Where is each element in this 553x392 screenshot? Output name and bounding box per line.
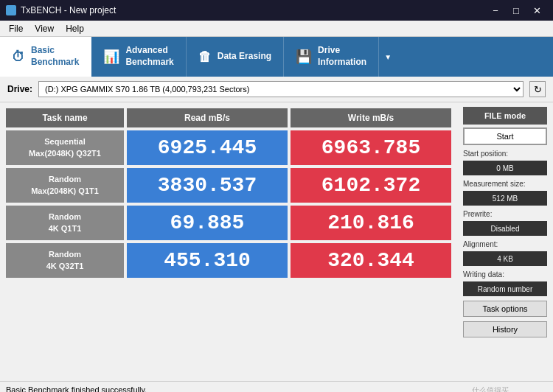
status-message: Basic Benchmark finished successfully. xyxy=(6,385,147,393)
start-position-value: 0 MB xyxy=(463,161,547,175)
measurement-size-label: Measurement size: xyxy=(463,180,547,188)
file-mode-button[interactable]: FILE mode xyxy=(463,107,547,125)
alignment-label: Alignment: xyxy=(463,240,547,248)
alignment-value: 4 KB xyxy=(463,251,547,266)
drive-label: Drive: xyxy=(7,84,32,94)
advanced-benchmark-icon: 📊 xyxy=(103,49,119,65)
write-value-sequential: 6963.785 xyxy=(291,130,451,165)
tab-advanced-label: AdvancedBenchmark xyxy=(125,45,173,68)
prewrite-label: Prewrite: xyxy=(463,210,547,218)
header-task-name: Task name xyxy=(6,108,124,127)
task-name-random-max: RandomMax(2048K) Q1T1 xyxy=(6,168,124,203)
data-erasing-icon: 🗑 xyxy=(198,49,212,65)
tab-expand-button[interactable]: ▼ xyxy=(379,37,397,77)
title-bar-left: TxBENCH - New project xyxy=(6,5,116,15)
minimize-button[interactable]: − xyxy=(485,0,506,21)
task-options-button[interactable]: Task options xyxy=(463,301,547,317)
read-value-sequential: 6925.445 xyxy=(127,130,288,165)
window-controls: − □ ✕ xyxy=(485,0,547,21)
table-header: Task name Read mB/s Write mB/s xyxy=(6,108,451,127)
drive-select[interactable]: (D:) XPG GAMMIX S70 1.86 TB (4,000,793,2… xyxy=(38,81,524,97)
tab-advanced-benchmark[interactable]: 📊 AdvancedBenchmark xyxy=(91,37,186,77)
write-value-random-max: 6102.372 xyxy=(291,168,451,203)
table-row: RandomMax(2048K) Q1T1 3830.537 6102.372 xyxy=(6,168,451,203)
status-bar: Basic Benchmark finished successfully. 什… xyxy=(0,381,553,392)
write-value-random-4k-q32: 320.344 xyxy=(291,243,451,278)
app-icon xyxy=(6,5,16,15)
history-button[interactable]: History xyxy=(463,321,547,337)
main-area: Task name Read mB/s Write mB/s Sequentia… xyxy=(0,102,553,381)
drive-row: Drive: (D:) XPG GAMMIX S70 1.86 TB (4,00… xyxy=(0,77,553,102)
task-name-random-4k-q32: Random4K Q32T1 xyxy=(6,243,124,278)
read-value-random-4k-q32: 455.310 xyxy=(127,243,288,278)
tab-data-erasing[interactable]: 🗑 Data Erasing xyxy=(187,37,284,77)
start-button[interactable]: Start xyxy=(463,127,547,145)
table-row: Random4K Q1T1 69.885 210.816 xyxy=(6,206,451,240)
header-read: Read mB/s xyxy=(127,108,288,127)
task-name-random-4k-q1: Random4K Q1T1 xyxy=(6,206,124,240)
read-value-random-max: 3830.537 xyxy=(127,168,288,203)
drive-info-icon: 💾 xyxy=(296,49,312,65)
title-bar: TxBENCH - New project − □ ✕ xyxy=(0,0,553,21)
menu-bar: File View Help xyxy=(0,21,553,37)
close-button[interactable]: ✕ xyxy=(526,0,547,21)
writing-data-value: Random number xyxy=(463,281,547,296)
menu-view[interactable]: View xyxy=(29,22,60,35)
menu-help[interactable]: Help xyxy=(60,22,90,35)
task-name-sequential: SequentialMax(2048K) Q32T1 xyxy=(6,130,124,165)
right-panel: FILE mode Start Start position: 0 MB Mea… xyxy=(457,102,553,381)
maximize-button[interactable]: □ xyxy=(506,0,526,21)
tab-basic-benchmark[interactable]: ⏱ BasicBenchmark xyxy=(0,37,91,77)
basic-benchmark-icon: ⏱ xyxy=(12,49,25,65)
watermark: 什么值得买 xyxy=(472,385,509,392)
start-position-label: Start position: xyxy=(463,150,547,158)
window-title: TxBENCH - New project xyxy=(21,5,116,15)
table-row: Random4K Q32T1 455.310 320.344 xyxy=(6,243,451,278)
tab-drive-information[interactable]: 💾 DriveInformation xyxy=(284,37,379,77)
tab-bar: ⏱ BasicBenchmark 📊 AdvancedBenchmark 🗑 D… xyxy=(0,37,553,77)
drive-refresh-button[interactable]: ↻ xyxy=(529,81,546,97)
tab-basic-label: BasicBenchmark xyxy=(31,45,79,68)
benchmark-area: Task name Read mB/s Write mB/s Sequentia… xyxy=(0,102,457,381)
tab-drive-label: DriveInformation xyxy=(318,45,366,68)
measurement-size-value: 512 MB xyxy=(463,191,547,206)
write-value-random-4k-q1: 210.816 xyxy=(291,206,451,240)
menu-file[interactable]: File xyxy=(3,22,29,35)
table-row: SequentialMax(2048K) Q32T1 6925.445 6963… xyxy=(6,130,451,165)
read-value-random-4k-q1: 69.885 xyxy=(127,206,288,240)
writing-data-label: Writing data: xyxy=(463,270,547,279)
tab-erase-label: Data Erasing xyxy=(218,51,271,63)
prewrite-value: Disabled xyxy=(463,221,547,236)
header-write: Write mB/s xyxy=(291,108,451,127)
